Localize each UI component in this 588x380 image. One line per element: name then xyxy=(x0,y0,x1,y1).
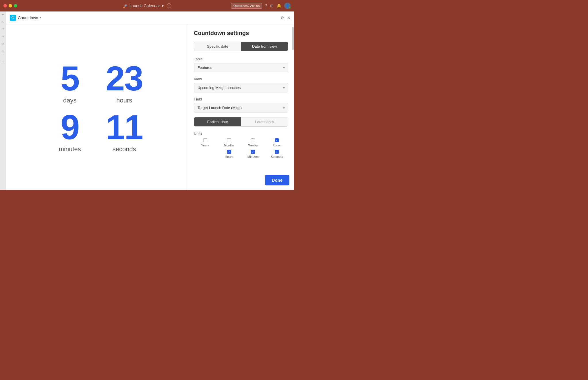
minutes-checkbox[interactable] xyxy=(251,150,255,154)
countdown-seconds-value: 11 xyxy=(106,110,143,144)
unit-years: Years xyxy=(194,138,216,147)
years-checkbox[interactable] xyxy=(203,138,207,142)
scrollbar-track[interactable] xyxy=(292,24,294,190)
units-label: Units xyxy=(194,131,288,135)
view-select-wrapper: Upcoming Mktg Launches ▼ xyxy=(194,83,288,92)
avatar-status-dot xyxy=(289,7,291,9)
weeks-checkbox[interactable] xyxy=(251,138,255,142)
months-checkbox[interactable] xyxy=(227,138,231,142)
modal-header-left: ⏱ Countdown ▾ xyxy=(10,15,41,21)
unit-weeks: Weeks xyxy=(242,138,264,147)
grid-icon[interactable]: ⊞ xyxy=(270,3,274,8)
units-field-group: Units Years Months Weeks xyxy=(194,131,288,158)
unit-seconds: Seconds xyxy=(266,150,288,158)
settings-panel: Countdown settings Specific date Date fr… xyxy=(188,24,294,190)
settings-title: Countdown settings xyxy=(194,30,288,36)
tab-date-from-view[interactable]: Date from view xyxy=(241,42,288,51)
countdown-minutes-value: 9 xyxy=(61,110,79,144)
countdown-seconds-label: seconds xyxy=(113,146,136,153)
countdown-minutes-label: minutes xyxy=(59,146,81,153)
field-label: Field xyxy=(194,97,288,101)
days-checkbox[interactable] xyxy=(275,138,279,142)
unit-hours: Hours xyxy=(218,150,240,158)
minutes-unit-label: Minutes xyxy=(247,155,259,158)
hours-label: Hours xyxy=(225,155,233,158)
table-field-group: Table Features ▼ xyxy=(194,57,288,72)
table-select[interactable]: Features xyxy=(194,63,288,72)
modal-title-chevron-icon[interactable]: ▾ xyxy=(40,16,41,19)
close-button[interactable]: ✕ xyxy=(287,15,291,20)
bell-icon[interactable]: 🔔 xyxy=(276,3,281,8)
info-icon[interactable]: i xyxy=(167,3,171,8)
title-chevron-icon[interactable]: ▾ xyxy=(162,3,164,8)
earliest-date-button[interactable]: Earliest date xyxy=(194,117,241,126)
maximize-traffic-light[interactable] xyxy=(14,4,17,7)
weeks-label: Weeks xyxy=(248,144,258,147)
minimize-traffic-light[interactable] xyxy=(9,4,12,7)
modal-header: ⏱ Countdown ▾ ⚙ ✕ xyxy=(6,11,294,24)
countdown-minutes-unit: 9 minutes xyxy=(59,110,81,153)
app-title: Launch Calendar xyxy=(129,3,160,8)
countdown-grid: 5 days 23 hours 9 minutes 11 seconds xyxy=(51,61,143,153)
countdown-display: 5 days 23 hours 9 minutes 11 seconds xyxy=(6,24,188,190)
main-area: 1 2 3 4 5 10 11 ⏱ Countdown ▾ ⚙ ✕ xyxy=(0,11,294,190)
tab-specific-date[interactable]: Specific date xyxy=(194,42,241,51)
traffic-lights xyxy=(3,4,17,7)
hours-checkbox[interactable] xyxy=(227,150,231,154)
field-field-group: Field Target Launch Date (Mktg) ▼ xyxy=(194,97,288,113)
units-row2: Hours Minutes Seconds xyxy=(194,150,288,158)
countdown-hours-unit: 23 hours xyxy=(106,61,143,104)
countdown-days-unit: 5 days xyxy=(61,61,79,104)
field-select[interactable]: Target Launch Date (Mktg) xyxy=(194,103,288,113)
field-select-wrapper: Target Launch Date (Mktg) ▼ xyxy=(194,103,288,113)
countdown-days-label: days xyxy=(63,97,76,104)
modal-body: 5 days 23 hours 9 minutes 11 seconds xyxy=(6,24,294,190)
countdown-hours-value: 23 xyxy=(106,61,143,96)
months-label: Months xyxy=(224,144,234,147)
countdown-seconds-unit: 11 seconds xyxy=(106,110,143,153)
modal-title: Countdown xyxy=(18,15,38,20)
titlebar-center: 🚀 Launch Calendar ▾ i xyxy=(123,3,171,8)
help-icon[interactable]: ? xyxy=(265,3,267,8)
rocket-icon: 🚀 xyxy=(123,3,128,8)
countdown-widget-icon: ⏱ xyxy=(10,15,16,21)
view-label: View xyxy=(194,77,288,81)
date-range-btn-group: Earliest date Latest date xyxy=(194,117,288,127)
countdown-hours-label: hours xyxy=(116,97,132,104)
scrollbar-thumb[interactable] xyxy=(292,27,294,50)
date-source-tab-group: Specific date Date from view xyxy=(194,42,288,51)
units-row1: Years Months Weeks Days xyxy=(194,138,288,147)
titlebar: 🚀 Launch Calendar ▾ i Questions? Ask us … xyxy=(0,0,294,11)
modal-wrapper: ⏱ Countdown ▾ ⚙ ✕ 5 days 23 xyxy=(6,11,294,190)
view-field-group: View Upcoming Mktg Launches ▼ xyxy=(194,77,288,92)
modal-header-right: ⚙ ✕ xyxy=(281,15,291,20)
avatar[interactable]: 👤 xyxy=(284,3,291,9)
left-sidebar: 1 2 3 4 5 10 11 xyxy=(0,11,6,190)
table-label: Table xyxy=(194,57,288,61)
close-traffic-light[interactable] xyxy=(3,4,7,7)
seconds-unit-label: Seconds xyxy=(271,155,283,158)
settings-button[interactable]: ⚙ xyxy=(281,15,284,20)
days-unit-label: Days xyxy=(273,144,281,147)
years-label: Years xyxy=(201,144,209,147)
titlebar-right: Questions? Ask us ? ⊞ 🔔 👤 xyxy=(231,3,291,9)
done-button[interactable]: Done xyxy=(265,175,290,185)
unit-days: Days xyxy=(266,138,288,147)
seconds-checkbox[interactable] xyxy=(275,150,279,154)
unit-minutes: Minutes xyxy=(242,150,264,158)
latest-date-button[interactable]: Latest date xyxy=(241,117,288,126)
ask-us-button[interactable]: Questions? Ask us xyxy=(231,3,262,9)
countdown-days-value: 5 xyxy=(61,61,79,96)
view-select[interactable]: Upcoming Mktg Launches xyxy=(194,83,288,92)
table-select-wrapper: Features ▼ xyxy=(194,63,288,72)
unit-months: Months xyxy=(218,138,240,147)
